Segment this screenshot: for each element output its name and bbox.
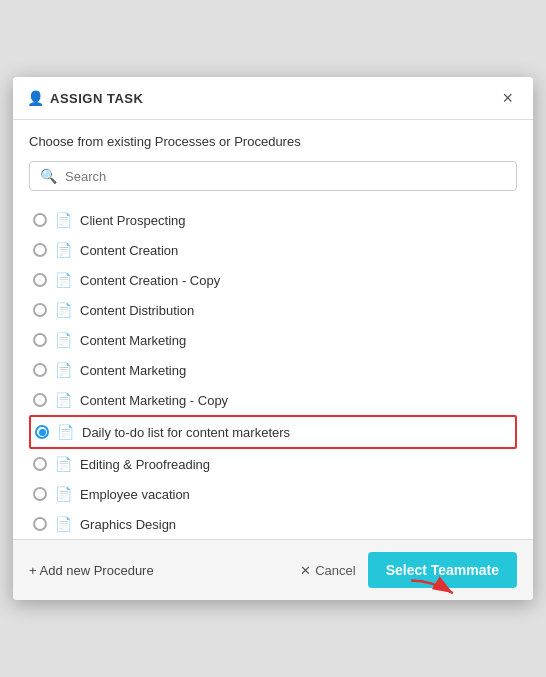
add-new-procedure-button[interactable]: + Add new Procedure [29, 563, 154, 578]
item-label: Daily to-do list for content marketers [82, 425, 290, 440]
document-icon: 📄 [55, 362, 72, 378]
radio-button[interactable] [33, 457, 47, 471]
assign-task-modal: 👤 ASSIGN TASK × Choose from existing Pro… [13, 77, 533, 600]
item-label: Editing & Proofreading [80, 457, 210, 472]
list-item[interactable]: 📄Client Prospecting [29, 205, 517, 235]
document-icon: 📄 [55, 332, 72, 348]
item-label: Content Marketing [80, 363, 186, 378]
item-label: Content Marketing [80, 333, 186, 348]
document-icon: 📄 [55, 272, 72, 288]
document-icon: 📄 [55, 456, 72, 472]
assign-icon: 👤 [27, 90, 44, 106]
modal-footer: + Add new Procedure ✕ Cancel Select Team… [13, 539, 533, 600]
radio-button[interactable] [33, 517, 47, 531]
radio-button[interactable] [33, 303, 47, 317]
radio-button[interactable] [35, 425, 49, 439]
list-item[interactable]: 📄Editing & Proofreading [29, 449, 517, 479]
item-label: Employee vacation [80, 487, 190, 502]
document-icon: 📄 [55, 212, 72, 228]
cancel-button[interactable]: ✕ Cancel [300, 563, 355, 578]
list-item[interactable]: 📄Employee vacation [29, 479, 517, 509]
radio-button[interactable] [33, 213, 47, 227]
radio-button[interactable] [33, 243, 47, 257]
modal-body: Choose from existing Processes or Proced… [13, 120, 533, 539]
item-label: Client Prospecting [80, 213, 186, 228]
document-icon: 📄 [55, 302, 72, 318]
close-button[interactable]: × [496, 87, 519, 109]
items-list: 📄Client Prospecting📄Content Creation📄Con… [29, 205, 517, 539]
list-item[interactable]: 📄Content Marketing [29, 325, 517, 355]
radio-button[interactable] [33, 273, 47, 287]
list-item[interactable]: 📄Content Marketing - Copy [29, 385, 517, 415]
item-label: Content Creation - Copy [80, 273, 220, 288]
document-icon: 📄 [55, 516, 72, 532]
modal-header: 👤 ASSIGN TASK × [13, 77, 533, 120]
search-container: 🔍 [29, 161, 517, 191]
search-icon: 🔍 [40, 168, 57, 184]
list-item[interactable]: 📄Content Creation - Copy [29, 265, 517, 295]
modal-title: ASSIGN TASK [50, 91, 143, 106]
radio-button[interactable] [33, 487, 47, 501]
radio-button[interactable] [33, 393, 47, 407]
item-label: Content Creation [80, 243, 178, 258]
cancel-label: Cancel [315, 563, 355, 578]
cancel-icon: ✕ [300, 563, 311, 578]
list-item[interactable]: 📄Content Distribution [29, 295, 517, 325]
document-icon: 📄 [55, 242, 72, 258]
document-icon: 📄 [55, 392, 72, 408]
document-icon: 📄 [55, 486, 72, 502]
list-item[interactable]: 📄Content Creation [29, 235, 517, 265]
search-input[interactable] [65, 169, 506, 184]
arrow-indicator [407, 576, 457, 600]
item-label: Content Marketing - Copy [80, 393, 228, 408]
list-item[interactable]: 📄Daily to-do list for content marketers [29, 415, 517, 449]
list-item[interactable]: 📄Content Marketing [29, 355, 517, 385]
radio-button[interactable] [33, 333, 47, 347]
document-icon: 📄 [57, 424, 74, 440]
radio-button[interactable] [33, 363, 47, 377]
list-item[interactable]: 📄Graphics Design [29, 509, 517, 539]
header-left: 👤 ASSIGN TASK [27, 90, 143, 106]
item-label: Graphics Design [80, 517, 176, 532]
subtitle-text: Choose from existing Processes or Proced… [29, 134, 517, 149]
footer-right: ✕ Cancel Select Teammate [300, 552, 517, 588]
item-label: Content Distribution [80, 303, 194, 318]
